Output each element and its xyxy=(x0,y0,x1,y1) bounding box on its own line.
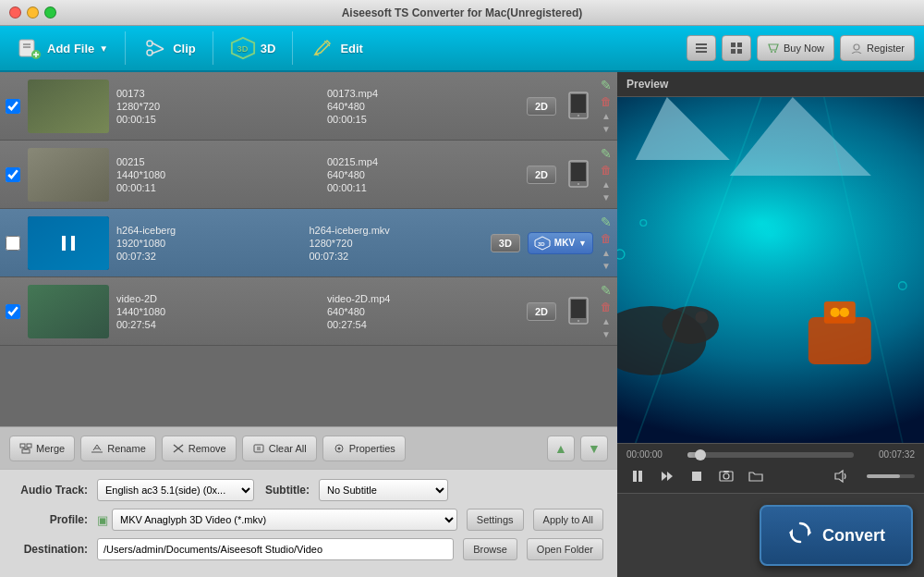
stop-button[interactable] xyxy=(686,465,708,487)
file-type-badge-2[interactable]: 2D xyxy=(527,166,556,184)
file-checkbox-3[interactable] xyxy=(6,236,20,251)
subtitle-label: Subtitle: xyxy=(263,484,310,497)
file-output-name-2: 00215.mp4 xyxy=(327,156,519,167)
file-edit-icon-3[interactable]: ✎ xyxy=(601,215,612,229)
add-file-icon xyxy=(17,35,43,61)
file-delete-icon-2[interactable]: 🗑 xyxy=(601,164,612,177)
properties-label: Properties xyxy=(349,443,395,454)
apply-to-all-button[interactable]: Apply to All xyxy=(533,509,603,531)
subtitle-select[interactable]: No Subtitle xyxy=(319,479,448,501)
add-file-label: Add File xyxy=(47,42,94,55)
file-up-icon-3[interactable]: ▲ xyxy=(602,248,611,258)
buy-now-button[interactable]: Buy Now xyxy=(757,35,834,61)
file-down-icon-1[interactable]: ▼ xyxy=(602,124,611,134)
svg-point-50 xyxy=(337,447,340,449)
fast-forward-button[interactable] xyxy=(656,465,678,487)
svg-point-21 xyxy=(771,51,772,53)
file-up-icon-2[interactable]: ▲ xyxy=(602,179,611,190)
file-down-icon-3[interactable]: ▼ xyxy=(602,261,611,271)
profile-select[interactable]: MKV Anaglyph 3D Video (*.mkv) xyxy=(112,509,457,531)
convert-button[interactable]: Convert xyxy=(760,505,913,566)
destination-row: Destination: Browse Open Folder xyxy=(14,538,603,560)
file-delete-icon-3[interactable]: 🗑 xyxy=(601,232,612,245)
destination-input[interactable] xyxy=(97,538,454,560)
format-dropdown-arrow[interactable]: ▼ xyxy=(578,239,587,248)
buy-now-label: Buy Now xyxy=(784,43,824,54)
file-delete-icon-4[interactable]: 🗑 xyxy=(601,301,612,313)
convert-section: Convert xyxy=(617,493,924,577)
rename-button[interactable]: Rename xyxy=(80,436,156,461)
list-view-button[interactable] xyxy=(687,35,716,61)
svg-rect-39 xyxy=(22,449,30,453)
svg-rect-46 xyxy=(254,445,263,452)
file-name-2: 00215 xyxy=(116,156,309,167)
file-type-badge-3[interactable]: 3D xyxy=(491,234,520,252)
minimize-button[interactable] xyxy=(27,6,39,18)
properties-button[interactable]: Properties xyxy=(322,436,406,461)
grid-view-button[interactable] xyxy=(722,35,751,61)
file-checkbox-2[interactable] xyxy=(6,167,20,182)
audio-track-select[interactable]: English ac3 5.1(side) (0x... xyxy=(97,479,254,501)
progress-thumb[interactable] xyxy=(695,449,706,460)
clear-all-button[interactable]: Clear All xyxy=(242,436,317,461)
file-output-dur-3: 00:07:32 xyxy=(309,251,482,262)
svg-point-7 xyxy=(147,50,152,55)
file-type-badge-4[interactable]: 2D xyxy=(527,302,556,321)
volume-icon[interactable] xyxy=(830,465,852,487)
progress-track[interactable] xyxy=(687,452,854,458)
file-up-icon-1[interactable]: ▲ xyxy=(602,111,611,121)
svg-point-73 xyxy=(723,473,729,479)
svg-rect-58 xyxy=(808,317,871,364)
file-edit-icon-1[interactable]: ✎ xyxy=(601,78,612,92)
file-format-badge-3[interactable]: 3D MKV ▼ xyxy=(528,232,593,254)
folder-button[interactable] xyxy=(745,465,767,487)
register-button[interactable]: Register xyxy=(840,35,915,61)
file-checkbox-4[interactable] xyxy=(6,304,20,319)
move-down-button[interactable]: ▼ xyxy=(580,436,608,461)
file-edit-icon-4[interactable]: ✎ xyxy=(601,283,612,298)
file-actions-2: ✎ 🗑 ▲ ▼ xyxy=(601,146,612,203)
add-file-arrow[interactable]: ▼ xyxy=(99,43,108,54)
svg-rect-74 xyxy=(723,471,729,473)
svg-rect-38 xyxy=(27,444,31,448)
time-total: 00:07:32 xyxy=(859,449,915,460)
pause-button[interactable] xyxy=(626,465,649,487)
toolbar-right: Buy Now Register xyxy=(687,35,915,61)
pause-overlay xyxy=(28,216,109,270)
file-edit-icon-2[interactable]: ✎ xyxy=(601,146,612,161)
file-dur-1: 00:00:15 xyxy=(116,114,309,125)
settings-button[interactable]: Settings xyxy=(467,509,524,531)
edit-icon xyxy=(310,35,335,61)
svg-line-8 xyxy=(152,43,164,49)
title-bar: Aiseesoft TS Converter for Mac(Unregiste… xyxy=(0,0,924,26)
move-up-button[interactable]: ▲ xyxy=(547,436,575,461)
svg-point-35 xyxy=(578,320,579,322)
file-name-1: 00173 xyxy=(116,88,309,99)
open-folder-button[interactable]: Open Folder xyxy=(527,538,603,560)
volume-slider[interactable] xyxy=(859,474,915,478)
remove-button[interactable]: Remove xyxy=(162,436,237,461)
file-down-icon-2[interactable]: ▼ xyxy=(602,192,611,203)
3d-button[interactable]: 3D 3D xyxy=(223,31,284,65)
file-up-icon-4[interactable]: ▲ xyxy=(602,316,611,326)
screenshot-button[interactable] xyxy=(715,465,737,487)
svg-rect-71 xyxy=(692,472,701,481)
file-checkbox-1[interactable] xyxy=(6,99,20,114)
file-delete-icon-1[interactable]: 🗑 xyxy=(601,95,612,108)
merge-button[interactable]: Merge xyxy=(9,436,75,461)
file-output-res-4: 640*480 xyxy=(327,306,519,317)
clip-icon xyxy=(142,35,168,61)
close-button[interactable] xyxy=(9,6,21,18)
clip-button[interactable]: Clip xyxy=(135,31,203,65)
file-type-badge-1[interactable]: 2D xyxy=(527,97,556,116)
add-file-button[interactable]: Add File ▼ xyxy=(9,31,116,65)
edit-button[interactable]: Edit xyxy=(302,31,371,65)
browse-button[interactable]: Browse xyxy=(463,538,517,560)
file-down-icon-4[interactable]: ▼ xyxy=(602,329,611,339)
maximize-button[interactable] xyxy=(44,6,56,18)
remove-label: Remove xyxy=(188,443,226,454)
svg-rect-14 xyxy=(696,43,707,45)
preview-video xyxy=(617,97,924,443)
right-panel: Preview xyxy=(617,72,924,577)
profile-row: Profile: ▣ MKV Anaglyph 3D Video (*.mkv)… xyxy=(14,509,603,531)
